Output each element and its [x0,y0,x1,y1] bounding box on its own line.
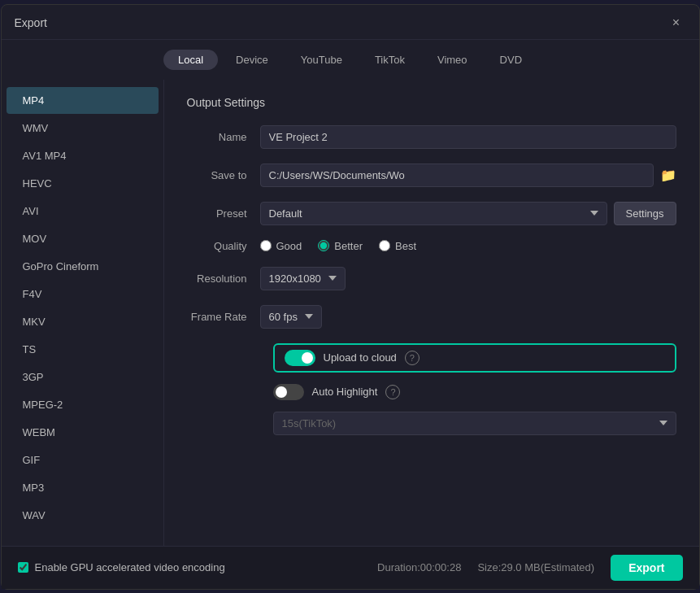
tab-youtube[interactable]: YouTube [286,50,357,70]
framerate-label: Frame Rate [187,311,260,323]
framerate-row: Frame Rate 60 fps [187,305,676,329]
size-stat: Size:29.0 MB(Estimated) [477,561,594,573]
sidebar-item-hevc[interactable]: HEVC [7,170,159,197]
sidebar-item-gopro[interactable]: GoPro Cineform [7,253,159,280]
quality-best-radio[interactable] [379,240,390,251]
upload-cloud-label: Upload to cloud [324,351,397,364]
sidebar-item-mp3[interactable]: MP3 [7,474,159,501]
quality-best-option[interactable]: Best [379,240,416,252]
quality-row: Quality Good Better Best [187,240,676,252]
name-control [260,125,676,149]
upload-cloud-help-icon[interactable]: ? [405,351,420,365]
footer: Enable GPU accelerated video encoding Du… [2,546,699,589]
upload-cloud-thumb [302,352,313,364]
name-input[interactable] [260,125,676,149]
format-sidebar: MP4 WMV AV1 MP4 HEVC AVI MOV GoPro Cinef… [2,80,164,546]
close-button[interactable]: × [667,13,686,33]
save-to-input[interactable] [260,164,654,187]
name-row: Name [187,125,676,149]
dialog-title: Export [15,16,47,29]
settings-button[interactable]: Settings [614,202,676,225]
tab-tiktok[interactable]: TikTok [360,50,420,70]
sidebar-item-3gp[interactable]: 3GP [7,364,159,390]
sidebar-item-wmv[interactable]: WMV [7,115,159,142]
save-to-row: Save to 📁 [187,164,676,187]
sidebar-item-avi[interactable]: AVI [7,198,159,225]
title-bar: Export × [2,5,699,40]
quality-better-option[interactable]: Better [318,240,363,252]
upload-cloud-toggle[interactable] [285,350,315,366]
preset-row: Preset Default Settings [187,202,676,225]
sidebar-item-gif[interactable]: GIF [7,447,159,473]
resolution-control: 1920x1080 [260,267,676,290]
gpu-option: Enable GPU accelerated video encoding [18,561,225,573]
sidebar-item-ts[interactable]: TS [7,336,159,363]
export-button[interactable]: Export [611,555,682,581]
sidebar-item-mkv[interactable]: MKV [7,308,159,335]
export-dialog: Export × Local Device YouTube TikTok Vim… [1,4,700,590]
tab-vimeo[interactable]: Vimeo [423,50,482,70]
tab-dvd[interactable]: DVD [485,50,537,70]
upload-cloud-track [285,350,315,366]
name-label: Name [187,131,260,143]
tab-local[interactable]: Local [163,50,218,70]
preset-select[interactable]: Default [260,202,607,225]
main-panel: Output Settings Name Save to 📁 Preset [164,80,699,546]
tab-bar: Local Device YouTube TikTok Vimeo DVD [2,40,699,80]
content-area: MP4 WMV AV1 MP4 HEVC AVI MOV GoPro Cinef… [2,80,699,546]
auto-highlight-track [273,384,304,400]
quality-better-label: Better [334,240,363,252]
preset-control: Default Settings [260,202,676,225]
quality-better-radio[interactable] [318,240,329,251]
sidebar-item-f4v[interactable]: F4V [7,281,159,307]
upload-cloud-box: Upload to cloud ? [273,343,676,373]
resolution-row: Resolution 1920x1080 [187,267,676,290]
preset-label: Preset [187,207,260,220]
sidebar-item-av1mp4[interactable]: AV1 MP4 [7,142,159,169]
quality-good-option[interactable]: Good [260,240,302,252]
duration-stat: Duration:00:00:28 [377,561,461,573]
sidebar-item-webm[interactable]: WEBM [7,419,159,446]
sidebar-item-mpeg2[interactable]: MPEG-2 [7,391,159,418]
browse-folder-button[interactable]: 📁 [660,168,676,183]
tab-device[interactable]: Device [221,50,283,70]
quality-label: Quality [187,240,260,252]
quality-radio-group: Good Better Best [260,240,676,252]
quality-best-label: Best [395,240,416,252]
save-to-control: 📁 [260,164,676,187]
resolution-label: Resolution [187,273,260,285]
quality-good-label: Good [276,240,302,252]
highlight-duration-select[interactable]: 15s(TikTok) [273,412,676,435]
gpu-label: Enable GPU accelerated video encoding [35,561,225,573]
sidebar-item-mov[interactable]: MOV [7,225,159,252]
save-to-label: Save to [187,169,260,181]
footer-info: Duration:00:00:28 Size:29.0 MB(Estimated… [377,555,682,581]
auto-highlight-label: Auto Highlight [312,386,378,398]
auto-highlight-toggle[interactable] [273,384,304,400]
sidebar-item-mp4[interactable]: MP4 [7,87,159,114]
auto-highlight-help-icon[interactable]: ? [385,385,400,399]
quality-control: Good Better Best [260,240,676,252]
gpu-checkbox[interactable] [18,562,28,573]
framerate-select[interactable]: 60 fps [260,305,322,329]
sidebar-item-wav[interactable]: WAV [7,502,159,529]
quality-good-radio[interactable] [260,240,272,251]
framerate-control: 60 fps [260,305,676,329]
section-title: Output Settings [187,96,676,109]
resolution-select[interactable]: 1920x1080 [260,267,346,290]
auto-highlight-thumb [276,386,287,398]
